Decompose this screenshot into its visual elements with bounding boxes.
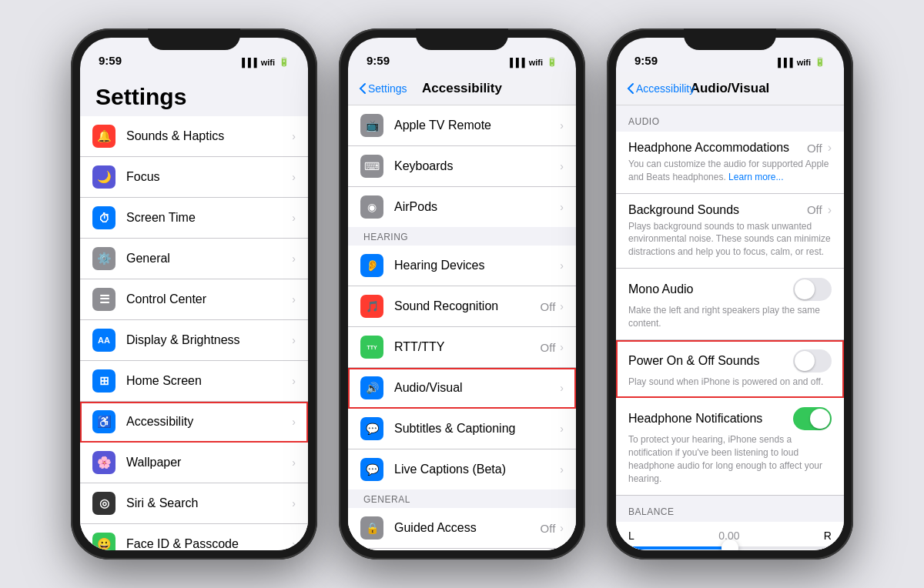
section-card-1: 👂 Hearing Devices › 🎵 Sound Recognition …: [348, 246, 576, 489]
mono-audio-row[interactable]: Mono Audio Make the left and right speak…: [616, 269, 844, 340]
notch-2: [416, 28, 508, 50]
row-label-5: Display & Brightness: [126, 333, 292, 347]
screen-content-2: 📺 Apple TV Remote › ⌨ Keyboards › ◉ AirP…: [348, 105, 576, 550]
headphone-notifications-toggle[interactable]: [793, 407, 832, 430]
headphone-accommodations-row[interactable]: Headphone Accommodations Off › You can c…: [616, 132, 844, 194]
row-label-10: Face ID & Passcode: [126, 537, 292, 550]
row-label-2: Screen Time: [126, 211, 292, 225]
acc-label-1-0: Hearing Devices: [394, 259, 560, 272]
acc-chevron-1-1: ›: [560, 300, 564, 312]
battery-icon-3: 🔋: [815, 57, 825, 67]
nav-back-label-2: Settings: [368, 82, 407, 95]
settings-row-4[interactable]: ☰ Control Center ›: [80, 279, 308, 320]
acc-row-1-5[interactable]: 💬 Live Captions (Beta) ›: [348, 449, 576, 489]
mono-audio-toggle[interactable]: [793, 278, 832, 301]
acc-icon-0-2: ◉: [360, 195, 383, 219]
headphone-notifications-row[interactable]: Headphone Notifications To protect your …: [616, 398, 844, 495]
row-label-9: Siri & Search: [126, 496, 292, 510]
nav-back-2[interactable]: Settings: [359, 82, 407, 95]
settings-row-9[interactable]: ◎ Siri & Search ›: [80, 483, 308, 524]
headphone-accommodations-label: Headphone Accommodations: [628, 141, 789, 155]
chevron-icon-0: ›: [292, 130, 296, 142]
acc-row-1-2[interactable]: TTY RTT/TTY Off ›: [348, 327, 576, 368]
acc-icon-2-0: 🔒: [360, 516, 383, 540]
acc-value-1-1: Off: [541, 300, 556, 313]
acc-icon-1-1: 🎵: [360, 295, 383, 318]
mono-audio-thumb: [795, 279, 815, 299]
row-label-7: Accessibility: [126, 415, 292, 429]
settings-row-0[interactable]: 🔔 Sounds & Haptics ›: [80, 116, 308, 157]
settings-row-1[interactable]: 🌙 Focus ›: [80, 157, 308, 198]
balance-slider-thumb[interactable]: [721, 540, 738, 550]
chevron-icon-10: ›: [292, 538, 296, 550]
settings-list-1: 🔔 Sounds & Haptics › 🌙 Focus › ⏱ Screen …: [80, 116, 308, 550]
notch-1: [148, 28, 240, 50]
row-icon-9: ◎: [92, 492, 116, 515]
settings-row-2[interactable]: ⏱ Screen Time ›: [80, 198, 308, 239]
chevron-icon-1: ›: [292, 171, 296, 183]
row-label-8: Wallpaper: [126, 456, 292, 469]
settings-title: Settings: [80, 72, 308, 116]
acc-row-1-3[interactable]: 🔊 Audio/Visual ›: [348, 368, 576, 409]
section-label-1: HEARING: [348, 227, 576, 246]
acc-row-1-4[interactable]: 💬 Subtitles & Captioning ›: [348, 409, 576, 449]
screen-content-3: AUDIO Headphone Accommodations Off › You…: [616, 105, 844, 550]
settings-row-10[interactable]: 😀 Face ID & Passcode ›: [80, 524, 308, 550]
acc-icon-1-2: TTY: [360, 336, 383, 359]
settings-row-6[interactable]: ⊞ Home Screen ›: [80, 361, 308, 402]
balance-slider-track[interactable]: [628, 546, 832, 550]
section-label-2: GENERAL: [348, 489, 576, 508]
power-sounds-row[interactable]: Power On & Off Sounds Play sound when iP…: [616, 340, 844, 399]
chevron-icon-8: ›: [292, 456, 296, 469]
phone-2: 9:59 ▐▐▐ wifi 🔋 Settings Accessibility 📺…: [339, 28, 585, 560]
acc-label-1-5: Live Captions (Beta): [394, 463, 560, 476]
screen-content-1: Settings 🔔 Sounds & Haptics › 🌙 Focus › …: [80, 72, 308, 550]
acc-row-2-1[interactable]: ◎ Siri ›: [348, 549, 576, 550]
acc-row-0-2[interactable]: ◉ AirPods ›: [348, 187, 576, 227]
row-label-6: Home Screen: [126, 374, 292, 388]
headphone-notifications-desc: To protect your hearing, iPhone sends a …: [628, 433, 832, 485]
acc-icon-1-5: 💬: [360, 458, 383, 481]
acc-row-1-1[interactable]: 🎵 Sound Recognition Off ›: [348, 286, 576, 327]
balance-left: L: [628, 530, 634, 542]
mono-audio-label: Mono Audio: [628, 282, 694, 296]
section-card-2: 🔒 Guided Access Off › ◎ Siri › ♿ Accessi…: [348, 508, 576, 550]
nav-back-3[interactable]: Accessibility: [627, 82, 695, 95]
power-sounds-thumb: [795, 351, 815, 371]
row-label-4: Control Center: [126, 292, 292, 306]
row-icon-6: ⊞: [92, 369, 116, 393]
row-icon-4: ☰: [92, 288, 116, 311]
power-sounds-top: Power On & Off Sounds: [628, 349, 832, 373]
learn-more-link[interactable]: Learn more...: [728, 172, 783, 182]
signal-icon-2: ▐▐▐: [507, 58, 524, 67]
nav-bar-2: Settings Accessibility: [348, 72, 576, 105]
acc-icon-1-0: 👂: [360, 254, 383, 277]
acc-label-1-4: Subtitles & Captioning: [394, 422, 560, 436]
acc-row-1-0[interactable]: 👂 Hearing Devices ›: [348, 246, 576, 286]
acc-row-0-0[interactable]: 📺 Apple TV Remote ›: [348, 105, 576, 146]
wifi-icon-2: wifi: [529, 58, 543, 67]
row-icon-10: 😀: [92, 533, 116, 550]
acc-chevron-1-0: ›: [560, 259, 564, 272]
settings-row-3[interactable]: ⚙️ General ›: [80, 239, 308, 279]
background-sounds-row[interactable]: Background Sounds Off › Plays background…: [616, 194, 844, 269]
accessibility-list: 📺 Apple TV Remote › ⌨ Keyboards › ◉ AirP…: [348, 105, 576, 550]
acc-row-0-1[interactable]: ⌨ Keyboards ›: [348, 146, 576, 187]
acc-chevron-1-5: ›: [560, 463, 564, 476]
acc-label-1-1: Sound Recognition: [394, 299, 541, 313]
background-sounds-label: Background Sounds: [628, 203, 739, 217]
settings-row-5[interactable]: AA Display & Brightness ›: [80, 320, 308, 361]
headphone-notifications-top: Headphone Notifications: [628, 407, 832, 430]
acc-row-2-0[interactable]: 🔒 Guided Access Off ›: [348, 508, 576, 549]
screen-1: 9:59 ▐▐▐ wifi 🔋 Settings 🔔 Sounds & Hapt…: [80, 38, 308, 550]
headphone-accommodations-value: Off: [807, 142, 822, 155]
bg-sounds-chevron: ›: [828, 203, 832, 217]
settings-row-8[interactable]: 🌸 Wallpaper ›: [80, 443, 308, 483]
acc-label-2-0: Guided Access: [394, 521, 541, 535]
acc-icon-0-0: 📺: [360, 114, 383, 137]
acc-value-1-2: Off: [541, 341, 556, 354]
power-sounds-toggle[interactable]: [793, 349, 832, 373]
headphone-notifications-label: Headphone Notifications: [628, 412, 762, 426]
settings-row-7[interactable]: ♿ Accessibility ›: [80, 402, 308, 443]
screen-2: 9:59 ▐▐▐ wifi 🔋 Settings Accessibility 📺…: [348, 38, 576, 550]
